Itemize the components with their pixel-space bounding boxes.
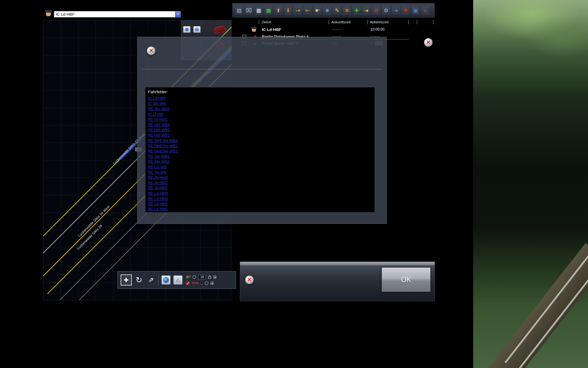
column-abfahrtszeit: Abfahrtszeit <box>367 20 408 24</box>
main-toolbar: ▤ ⌧ ▦ ▦ ⬆ ⬇ ⇥ ⇤ ☛ ☻ ✎ ✖ ✚ ➔ ⊘ ⚙ ➔ ⚑ ▣ ⌂ <box>232 3 435 18</box>
route-add-icon[interactable]: ✚ <box>352 6 361 15</box>
signal-disabled-icon[interactable] <box>186 281 190 285</box>
fahrfehler-link[interactable]: RE Jb-Hbf2 <box>148 180 168 186</box>
fahrfehler-link[interactable]: RE Jb-Hbf1 <box>148 186 168 191</box>
column-ankunftszeit: Ankunftszeit <box>329 20 367 24</box>
fahrfehler-link[interactable]: RE Hbf-WB3 <box>148 122 170 128</box>
driver-icon <box>251 27 257 33</box>
rotate-icon[interactable]: ↻ <box>134 275 144 285</box>
signal-icon <box>201 281 203 285</box>
fahrfehler-link[interactable]: RE Hbf-WB2 <box>148 128 170 133</box>
lock-icon[interactable] <box>208 277 211 279</box>
dialog-divider <box>142 69 382 70</box>
hand-icon[interactable]: ☛ <box>313 6 322 15</box>
snap-radio[interactable] <box>213 275 217 279</box>
zoom-in-icon[interactable]: ⊕ <box>183 26 190 33</box>
fahrfehler-link[interactable]: RE SkrESig-WB3 <box>148 138 178 144</box>
toolbar-divider <box>158 274 159 286</box>
fahrfehler-link[interactable]: IC Lf-Hbf <box>148 112 163 117</box>
fahrfehler-link[interactable]: RE Skr-WB2 <box>148 159 170 164</box>
route-block-icon[interactable]: ⊘ <box>372 6 380 15</box>
insert-icon[interactable]: ⇥ <box>294 6 302 15</box>
fahrfehler-link[interactable]: RE Hbf-WB1 <box>148 133 170 138</box>
flag-icon[interactable]: ⚑ <box>401 6 410 15</box>
fahrfehler-link[interactable]: RE Ld-Hbf3 <box>148 191 168 196</box>
mode-radio[interactable] <box>205 282 208 285</box>
column-extra-2 <box>417 20 433 24</box>
fahrfehler-link[interactable]: RE Ld-Hbf2 <box>148 201 168 207</box>
column-zielort: Zielort <box>259 20 329 24</box>
driver-face <box>46 13 51 16</box>
column-extra-1 <box>408 20 417 24</box>
driver-icon <box>44 9 52 17</box>
home-button[interactable]: ⌂ <box>173 275 183 285</box>
step-value-field[interactable]: 18 <box>198 275 206 279</box>
driver-cap <box>45 10 52 13</box>
zielort-text: IC Ld-HBF <box>262 27 281 32</box>
contact-icon[interactable]: ☻ <box>323 6 331 15</box>
properties-icon[interactable]: ⚙ <box>382 6 390 15</box>
save-icon[interactable]: ▤ <box>235 6 243 15</box>
grid-small-icon[interactable]: ▦ <box>254 6 263 15</box>
close-icon[interactable]: ✕ <box>147 46 156 55</box>
fahrfehler-link[interactable]: IC Skr-Wb <box>148 101 166 106</box>
fahrfehler-link[interactable]: Re Tn-Hbf1 <box>148 117 168 122</box>
zoom-out-icon[interactable]: ⊖ <box>193 26 201 33</box>
route-go-icon[interactable]: ➔ <box>362 6 371 15</box>
fahrfehler-link[interactable]: IC Ld-HBF <box>148 96 166 101</box>
world-3d-view <box>473 0 588 368</box>
mode-radio[interactable] <box>210 282 214 285</box>
dialog-title: Fahrfehler: <box>148 90 372 94</box>
fahrfehler-link[interactable]: RE Jb-Hbf3 <box>148 175 168 180</box>
fahrfehler-link[interactable]: RE SkrESig-WB1 <box>148 149 178 154</box>
map-edit-toolbar: ✚ ↻ ⇗ ⌂ 30° 18 TS14 <box>117 271 236 289</box>
home-icon: ⌂ <box>176 277 180 283</box>
schedule-header: Zielort Ankunftszeit Abfahrtszeit <box>240 19 433 25</box>
fahrfehler-dialog: Fahrfehler: IC Ld-HBF IC Skr-Wb RE Skr-W… <box>137 37 387 224</box>
schedule-row[interactable]: IC Ld-HBF --:--:-- 10:05:00 <box>240 26 433 33</box>
display-icon[interactable]: ▣ <box>411 6 420 15</box>
edit-plan-icon[interactable]: ✎ <box>333 6 341 15</box>
raise-icon[interactable]: ⬆ <box>274 6 282 15</box>
lower-icon[interactable]: ⬇ <box>284 6 292 15</box>
transform-icon[interactable]: ⇗ <box>146 276 156 284</box>
abfahrt-text: 10:05:00 <box>370 27 385 32</box>
globe-icon <box>163 277 169 283</box>
snap-settings-cluster: 30° 18 TS14 <box>186 274 217 286</box>
move-icon[interactable]: ✚ <box>121 274 132 286</box>
close-icon[interactable]: ✕ <box>245 275 254 284</box>
fahrfehler-link[interactable]: RE Ld-Hbf4 <box>148 196 168 201</box>
depot-icon[interactable]: ⌂ <box>421 6 429 15</box>
ankunft-text: --:--:-- <box>332 27 341 32</box>
fahrfehler-link[interactable]: RE Ld-Hbf1 <box>148 207 168 212</box>
fahrfehler-link[interactable]: RE Tw-Wb <box>148 170 166 175</box>
extract-icon[interactable]: ⇤ <box>303 6 312 15</box>
train-select-value: IC Ld-HBF <box>54 11 175 17</box>
bottom-scroll-strip[interactable] <box>240 262 435 266</box>
grid-large-icon[interactable]: ▦ <box>264 6 273 15</box>
fahrfehler-link[interactable]: RE Skr-Wb3 <box>148 106 169 112</box>
chevron-down-icon[interactable]: ▼ <box>175 11 180 17</box>
fahrfehler-list-panel: Fahrfehler: IC Ld-HBF IC Skr-Wb RE Skr-W… <box>145 87 375 213</box>
train-select[interactable]: IC Ld-HBF ▼ <box>54 11 181 17</box>
ts14-label: TS14 <box>192 282 198 285</box>
swap-icon[interactable]: ✖ <box>343 6 351 15</box>
fahrfehler-link[interactable]: RE SkrESig-WB2 <box>148 144 178 149</box>
fahrfehler-link[interactable]: RE Lio-WB <box>148 165 167 170</box>
ok-button[interactable]: OK <box>382 267 431 292</box>
column-icon <box>240 20 259 24</box>
fahrfehler-link[interactable]: RE Skr-WB1 <box>148 154 170 159</box>
globe-button[interactable] <box>161 275 171 285</box>
angle-snap-label: 30° <box>186 275 190 279</box>
delete-icon[interactable]: ⌧ <box>245 6 253 15</box>
row-icon-cell <box>240 27 259 33</box>
import-icon[interactable]: ➔ <box>392 6 400 15</box>
close-icon[interactable]: ✕ <box>424 38 433 47</box>
angle-snap-radio[interactable] <box>193 275 196 279</box>
